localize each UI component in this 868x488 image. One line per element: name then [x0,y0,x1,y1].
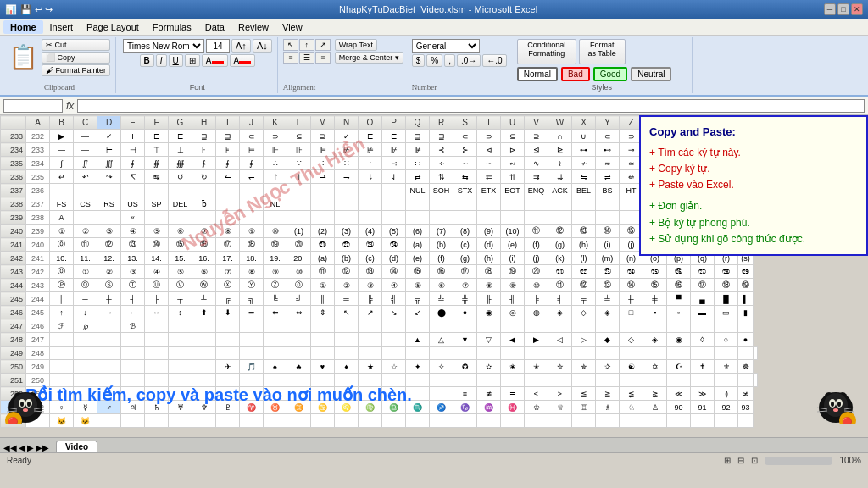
cell[interactable]: ⑲ [738,279,754,292]
cell[interactable] [121,374,145,387]
cell[interactable]: ∲ [216,157,240,170]
cell[interactable]: DEL [169,197,192,211]
cell[interactable]: ┴ [192,292,216,306]
cell[interactable]: ∫ [50,157,74,170]
cell[interactable]: ⊶ [572,143,596,157]
cell[interactable]: ⑭ [145,238,169,252]
cell[interactable] [74,333,97,347]
cell[interactable] [359,414,382,428]
cell[interactable]: ⑨ [501,279,525,292]
font-name-select[interactable]: Times New Rom [123,39,204,53]
tab-nav-left[interactable]: ◀◀ [3,443,17,452]
format-as-table-button[interactable]: Format as Table [579,39,626,64]
cell[interactable] [382,333,406,347]
cell[interactable]: ④ [145,265,169,279]
cell[interactable]: ♒ [477,401,501,414]
cell[interactable] [169,319,192,333]
cell[interactable] [382,197,406,211]
cell[interactable]: ∷ [335,157,359,170]
cell[interactable]: ① [311,279,335,292]
cell[interactable]: ♅ [169,401,192,414]
cell[interactable]: 240 [26,238,50,252]
cell[interactable]: ♗ [596,401,620,414]
cell[interactable]: (f) [525,238,548,252]
cell[interactable] [145,319,169,333]
cell[interactable]: ═ [335,292,359,306]
row-number[interactable]: 247 [1,319,26,333]
cell[interactable]: ⑮ [406,265,430,279]
cell[interactable] [501,197,525,211]
cell[interactable]: ⊵ [548,143,572,157]
cell[interactable]: ≭ [738,387,754,401]
bold-button[interactable]: B [140,54,154,67]
cell[interactable]: ⑰ [453,265,477,279]
cell[interactable]: (g) [453,252,477,265]
cell[interactable]: ∪ [572,130,596,143]
cell[interactable] [311,387,335,401]
cell[interactable] [548,414,572,428]
cell[interactable] [192,360,216,374]
cell[interactable]: ㉕ [643,265,667,279]
cell[interactable]: ⊥ [169,143,192,157]
tab-nav-prev[interactable]: ◀ [19,443,25,452]
cell[interactable]: ⊱ [453,143,477,157]
cell[interactable]: ≫ [691,387,715,401]
cell[interactable]: ↘ [382,306,406,319]
cell[interactable] [715,374,738,387]
border-button[interactable]: ⊞ [185,54,200,67]
cell[interactable] [382,184,406,197]
row-number[interactable]: 236 [1,170,26,184]
cell[interactable]: ║ [311,292,335,306]
cell[interactable]: NUL [406,184,430,197]
cell[interactable]: (e) [501,238,525,252]
cell[interactable]: (5) [382,225,406,238]
cell[interactable]: 16. [192,252,216,265]
cell[interactable]: 242 [26,265,50,279]
row-number[interactable]: 244 [1,279,26,292]
cell[interactable]: ⇌ [596,170,620,184]
cell[interactable]: ∵ [287,157,311,170]
cell[interactable] [525,197,548,211]
cell[interactable]: ⊃ [477,130,501,143]
row-number[interactable]: 239 [1,211,26,225]
cell[interactable]: ▪ [643,306,667,319]
cell[interactable] [382,211,406,225]
cell[interactable] [240,197,264,211]
cell[interactable]: ⬇ [216,306,240,319]
dec-dec-button[interactable]: ←.0 [482,54,506,67]
cell[interactable] [121,387,145,401]
cell[interactable]: ◀ [501,333,525,347]
cell[interactable] [216,374,240,387]
cell[interactable]: ⇃ [382,170,406,184]
cell[interactable]: (4) [359,225,382,238]
cell[interactable] [359,184,382,197]
cell[interactable] [145,360,169,374]
cell[interactable]: BEL [572,184,596,197]
cell[interactable]: ≁ [572,157,596,170]
cell[interactable]: ⓪ [287,279,311,292]
cell[interactable] [453,211,477,225]
cell[interactable]: ╫ [620,292,643,306]
cell[interactable]: ∹ [382,157,406,170]
col-header-G[interactable]: G [169,116,192,130]
cell[interactable]: ⊫ [311,143,335,157]
cell[interactable]: ✝ [691,360,715,374]
col-header-T[interactable]: T [477,116,501,130]
cell[interactable]: ♎ [382,401,406,414]
merge-center-button[interactable]: Merge & Center ▾ [335,52,403,64]
cell[interactable]: ㉒ [335,238,359,252]
cell[interactable] [216,319,240,333]
cell[interactable]: ⑦ [453,279,477,292]
cell[interactable] [50,184,74,197]
cell[interactable]: ♋ [311,401,335,414]
cell[interactable]: ⊮ [382,143,406,157]
cell[interactable]: ╤ [572,292,596,306]
cell[interactable]: (6) [406,225,430,238]
cell[interactable]: ♖ [572,401,596,414]
cell[interactable] [453,414,477,428]
cell[interactable]: ★ [359,360,382,374]
cell[interactable] [192,319,216,333]
cell[interactable] [754,347,758,360]
cell[interactable]: (h) [477,252,501,265]
cell[interactable] [121,414,145,428]
